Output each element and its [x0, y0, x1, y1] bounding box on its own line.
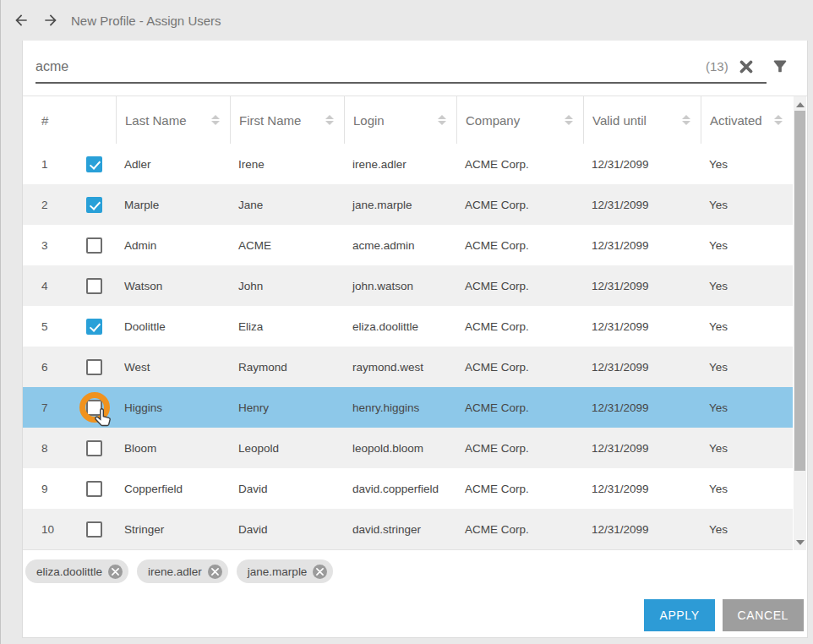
row-number: 10 — [41, 523, 86, 536]
dialog-actions: APPLY CANCEL — [644, 599, 804, 631]
row-checkbox[interactable] — [86, 359, 102, 375]
chip-remove-icon[interactable] — [208, 565, 222, 579]
title-bar: New Profile - Assign Users — [1, 0, 813, 41]
cell-activated: Yes — [701, 401, 793, 414]
table-body: 1AdlerIreneirene.adlerACME Corp.12/31/20… — [23, 144, 793, 549]
row-number-cell: 3 — [23, 225, 116, 265]
cell-activated: Yes — [701, 239, 793, 252]
cell-company: ACME Corp. — [456, 523, 583, 536]
row-number-cell: 9 — [23, 468, 116, 509]
cell-first-name: Henry — [230, 401, 344, 414]
cell-valid-until: 12/31/2099 — [583, 199, 701, 211]
row-checkbox[interactable] — [86, 197, 102, 213]
cancel-button[interactable]: CANCEL — [723, 599, 804, 631]
search-input[interactable]: acme — [35, 59, 68, 74]
column-header-company[interactable]: Company — [456, 96, 583, 144]
cell-valid-until: 12/31/2099 — [583, 361, 701, 374]
cell-first-name: ACME — [230, 239, 344, 252]
cell-valid-until: 12/31/2099 — [583, 158, 701, 171]
selected-users-chips: eliza.doolittleirene.adlerjane.marple — [25, 559, 807, 583]
table-row[interactable]: 4WatsonJohnjohn.watsonACME Corp.12/31/20… — [23, 265, 793, 306]
row-number: 7 — [41, 401, 86, 414]
checkbox-wrapper — [86, 278, 102, 294]
row-number: 9 — [41, 483, 86, 495]
vertical-scrollbar[interactable] — [794, 96, 806, 550]
clear-search-icon[interactable] — [737, 57, 756, 76]
forward-arrow-icon[interactable] — [41, 11, 60, 30]
back-arrow-icon[interactable] — [12, 11, 30, 30]
search-input-underline — [35, 82, 767, 84]
column-header-first-name[interactable]: First Name — [230, 96, 344, 144]
cell-first-name: David — [230, 523, 344, 536]
table-row[interactable]: 1AdlerIreneirene.adlerACME Corp.12/31/20… — [23, 144, 793, 184]
row-checkbox[interactable] — [86, 156, 102, 172]
table-row[interactable]: 3AdminACMEacme.adminACME Corp.12/31/2099… — [23, 225, 793, 265]
cell-last-name: Bloom — [116, 442, 230, 455]
apply-button[interactable]: APPLY — [644, 599, 714, 631]
scroll-down-icon[interactable] — [794, 536, 806, 548]
cell-first-name: Irene — [230, 158, 344, 171]
cell-company: ACME Corp. — [456, 361, 583, 374]
cell-last-name: West — [116, 361, 230, 374]
row-number-cell: 2 — [23, 184, 116, 225]
cell-last-name: Higgins — [116, 401, 230, 414]
sort-icon[interactable] — [325, 115, 334, 125]
row-checkbox[interactable] — [86, 319, 102, 335]
row-checkbox[interactable] — [86, 400, 102, 416]
row-number: 5 — [41, 320, 86, 333]
cell-activated: Yes — [701, 361, 793, 374]
sort-icon[interactable] — [211, 115, 220, 125]
table-row[interactable]: 8BloomLeopoldleopold.bloomACME Corp.12/3… — [23, 428, 793, 468]
sort-icon[interactable] — [565, 115, 573, 125]
cell-login: jane.marple — [344, 199, 456, 211]
cell-company: ACME Corp. — [456, 239, 583, 252]
scroll-up-icon[interactable] — [794, 98, 806, 111]
chip-remove-icon[interactable] — [313, 565, 327, 579]
checkbox-wrapper — [86, 440, 102, 456]
table-row[interactable]: 6WestRaymondraymond.westACME Corp.12/31/… — [23, 347, 793, 387]
checkbox-wrapper — [86, 319, 102, 335]
checkbox-wrapper — [86, 156, 102, 172]
sort-icon[interactable] — [774, 115, 783, 125]
table-row[interactable]: 2MarpleJanejane.marpleACME Corp.12/31/20… — [23, 184, 793, 225]
filter-icon[interactable] — [771, 57, 789, 75]
row-checkbox[interactable] — [86, 440, 102, 456]
sort-icon[interactable] — [438, 115, 446, 125]
scrollbar-thumb[interactable] — [794, 111, 805, 471]
row-number: 3 — [41, 239, 86, 252]
cell-login: david.copperfield — [344, 483, 456, 495]
cell-company: ACME Corp. — [456, 442, 583, 455]
row-number: 8 — [41, 442, 86, 455]
cell-first-name: Leopold — [230, 442, 344, 455]
cell-first-name: John — [230, 280, 344, 292]
row-checkbox[interactable] — [86, 481, 102, 497]
row-checkbox[interactable] — [86, 278, 102, 294]
cell-activated: Yes — [701, 320, 793, 333]
cell-company: ACME Corp. — [456, 401, 583, 414]
row-number-cell: 5 — [23, 306, 116, 347]
column-header-login[interactable]: Login — [344, 96, 456, 144]
users-table: # Last Name First Name Login Company Val… — [23, 96, 807, 550]
cell-company: ACME Corp. — [456, 158, 583, 171]
row-checkbox[interactable] — [86, 237, 102, 254]
table-row[interactable]: 10StringerDaviddavid.stringerACME Corp.1… — [23, 509, 793, 549]
column-header-last-name[interactable]: Last Name — [116, 96, 230, 144]
cell-last-name: Doolittle — [116, 320, 230, 333]
table-row[interactable]: 7HigginsHenryhenry.higginsACME Corp.12/3… — [23, 387, 793, 428]
user-chip: irene.adler — [137, 559, 228, 583]
sort-icon[interactable] — [682, 115, 690, 125]
table-row[interactable]: 9CopperfieldDaviddavid.copperfieldACME C… — [23, 468, 793, 509]
row-checkbox[interactable] — [86, 521, 102, 538]
column-header-activated[interactable]: Activated — [701, 96, 793, 144]
cell-valid-until: 12/31/2099 — [583, 320, 701, 333]
chip-remove-icon[interactable] — [108, 565, 123, 579]
cell-last-name: Adler — [116, 158, 230, 171]
cell-last-name: Marple — [116, 199, 230, 211]
table-header-row: # Last Name First Name Login Company Val… — [23, 96, 793, 144]
user-chip: jane.marple — [237, 559, 334, 583]
cell-company: ACME Corp. — [456, 483, 583, 495]
column-header-valid-until[interactable]: Valid until — [583, 96, 701, 144]
checkbox-wrapper — [86, 521, 102, 538]
cell-login: david.stringer — [344, 523, 456, 536]
table-row[interactable]: 5DoolittleElizaeliza.doolittleACME Corp.… — [23, 306, 793, 347]
